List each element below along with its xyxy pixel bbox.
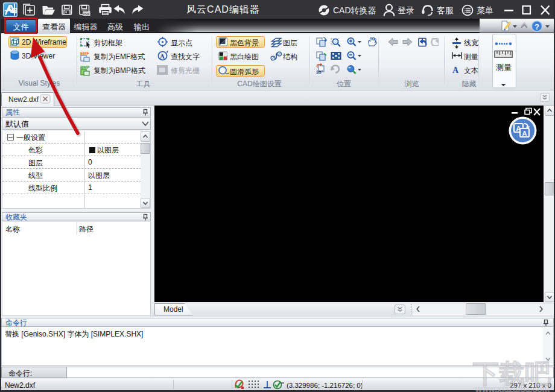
- svg-text:A: A: [160, 52, 165, 60]
- svg-text:35°: 35°: [316, 69, 323, 75]
- svg-text:A: A: [452, 66, 459, 75]
- svg-text:A: A: [522, 130, 527, 137]
